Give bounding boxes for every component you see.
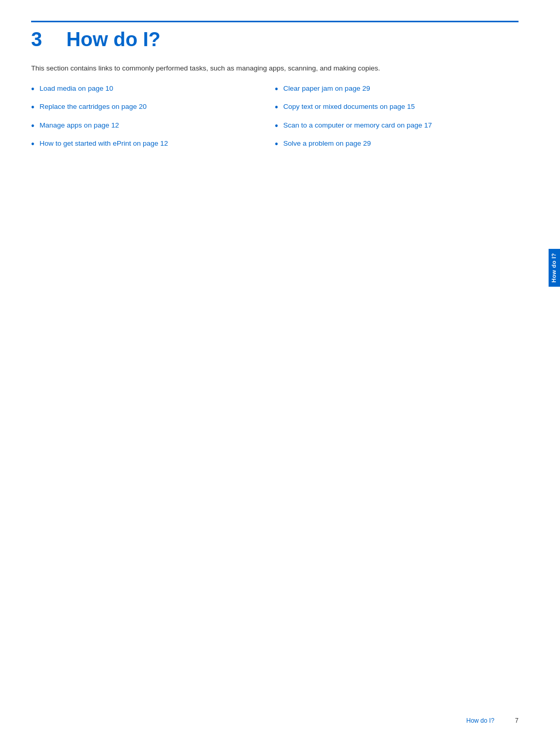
bullet-icon: • <box>31 138 34 151</box>
bullet-icon: • <box>275 101 278 114</box>
link-copy-text[interactable]: Copy text or mixed documents on page 15 <box>283 102 415 112</box>
list-item: • Load media on page 10 <box>31 84 275 96</box>
links-column-left: • Load media on page 10 • Replace the ca… <box>31 84 275 157</box>
page-footer: How do I? 7 <box>0 717 560 724</box>
chapter-number: 3 <box>31 29 52 51</box>
link-clear-paper-jam[interactable]: Clear paper jam on page 29 <box>283 84 370 94</box>
side-tab: How do I? <box>549 249 560 287</box>
bullet-icon: • <box>31 101 34 114</box>
bullet-icon: • <box>275 138 278 151</box>
list-item: • Clear paper jam on page 29 <box>275 84 519 96</box>
content-area: 3 How do I? This section contains links … <box>31 0 519 157</box>
chapter-header: 3 How do I? <box>31 21 519 51</box>
link-solve-problem[interactable]: Solve a problem on page 29 <box>283 139 371 149</box>
list-item: • Copy text or mixed documents on page 1… <box>275 102 519 114</box>
link-replace-cartridges[interactable]: Replace the cartridges on page 20 <box>39 102 146 112</box>
link-load-media[interactable]: Load media on page 10 <box>39 84 113 94</box>
bullet-icon: • <box>275 83 278 96</box>
footer-chapter-label: How do I? <box>466 717 494 724</box>
intro-paragraph: This section contains links to commonly … <box>31 63 519 74</box>
bullet-icon: • <box>275 120 278 133</box>
footer-page-number: 7 <box>515 717 519 724</box>
link-manage-apps[interactable]: Manage apps on page 12 <box>39 121 119 131</box>
list-item: • Manage apps on page 12 <box>31 121 275 133</box>
list-item: • How to get started with ePrint on page… <box>31 139 275 151</box>
chapter-title: How do I? <box>66 29 161 51</box>
links-column-right: • Clear paper jam on page 29 • Copy text… <box>275 84 519 157</box>
link-scan[interactable]: Scan to a computer or memory card on pag… <box>283 121 432 131</box>
bullet-icon: • <box>31 83 34 96</box>
links-container: • Load media on page 10 • Replace the ca… <box>31 84 519 157</box>
page-container: 3 How do I? This section contains links … <box>0 0 560 745</box>
list-item: • Replace the cartridges on page 20 <box>31 102 275 114</box>
link-eprint[interactable]: How to get started with ePrint on page 1… <box>39 139 168 149</box>
bullet-icon: • <box>31 120 34 133</box>
list-item: • Solve a problem on page 29 <box>275 139 519 151</box>
list-item: • Scan to a computer or memory card on p… <box>275 121 519 133</box>
